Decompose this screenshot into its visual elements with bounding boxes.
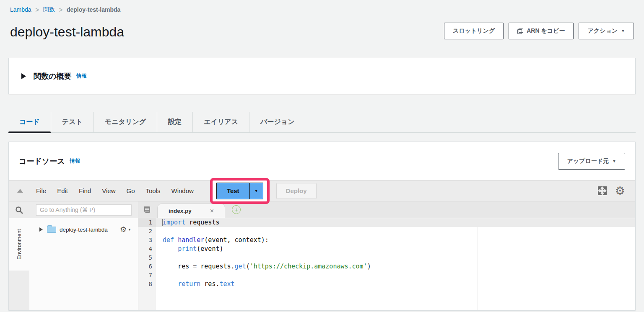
code-line: 2 (138, 227, 635, 236)
search-rail-button[interactable] (9, 201, 29, 218)
environment-vertical-tab[interactable]: Environment (9, 218, 29, 271)
code-line: 5 (138, 253, 635, 262)
code-text: print(event) (156, 245, 223, 253)
function-overview-panel: 関数の概要 情報 (8, 58, 636, 94)
ide-menu-item[interactable]: Edit (52, 185, 73, 197)
code-text: return res.text (156, 280, 235, 289)
function-tabs: コードテストモニタリング設定エイリアスバージョン (8, 112, 636, 133)
line-number: 2 (138, 227, 156, 236)
goto-anything-row (29, 201, 138, 218)
throttling-button[interactable]: スロットリング (444, 23, 504, 39)
header-actions: スロットリング ARN をコピー アクション ▼ (444, 23, 634, 39)
search-icon (15, 206, 23, 214)
line-number: 6 (138, 262, 156, 271)
actions-button-label: アクション (587, 27, 618, 35)
tree-item-root-folder[interactable]: deploy-test-lambda ⚙ ▼ (29, 224, 138, 235)
code-line: 3def handler(event, context): (138, 236, 635, 245)
ide-menu-item[interactable]: View (96, 185, 121, 197)
breadcrumb-item: deploy-test-lambda (67, 6, 120, 13)
code-line: 4 print(event) (138, 245, 635, 253)
tree-expand-caret-icon[interactable] (39, 227, 43, 232)
actions-dropdown-button[interactable]: アクション ▼ (579, 23, 634, 39)
test-split-button: Test ▼ (216, 183, 263, 199)
ide-menu-item[interactable]: Window (166, 185, 199, 197)
code-editor[interactable]: 1import requests23def handler(event, con… (138, 218, 635, 310)
line-number: 3 (138, 236, 156, 245)
upload-from-dropdown-button[interactable]: アップロード元 ▼ (558, 153, 625, 170)
ide-menus: FileEditFindViewGoToolsWindow (31, 185, 199, 197)
ide-body: Environment deploy-test-lambda ⚙ ▼ (9, 201, 635, 310)
code-line: 7 (138, 271, 635, 280)
line-number: 7 (138, 271, 156, 280)
breadcrumb-separator: > (36, 5, 39, 13)
code-text (156, 271, 163, 280)
function-tab[interactable]: 設定 (157, 112, 192, 132)
copy-icon (517, 28, 523, 34)
chevron-down-icon: ▼ (621, 29, 625, 33)
function-tab[interactable]: テスト (51, 112, 93, 132)
ide-menu-item[interactable]: File (31, 185, 52, 197)
code-text: res = requests.get('https://checkip.amaz… (156, 262, 371, 271)
chevron-down-icon: ▼ (254, 188, 258, 193)
line-number: 1 (138, 218, 156, 227)
upload-from-label: アップロード元 (567, 157, 609, 165)
breadcrumb-separator: > (59, 5, 62, 13)
copy-arn-button[interactable]: ARN をコピー (509, 23, 574, 39)
throttling-button-label: スロットリング (453, 27, 495, 35)
close-tab-icon[interactable]: × (210, 208, 214, 214)
file-tree-panel: deploy-test-lambda ⚙ ▼ (29, 218, 138, 310)
folder-icon (47, 227, 56, 233)
cloud9-ide: FileEditFindViewGoToolsWindow Test ▼ Dep… (9, 180, 635, 310)
function-tab[interactable]: コード (8, 112, 51, 132)
ide-menu-item[interactable]: Find (73, 185, 96, 197)
test-button[interactable]: Test (216, 183, 249, 199)
code-source-info-link[interactable]: 情報 (70, 157, 80, 165)
ide-menu-item[interactable]: Tools (140, 185, 166, 197)
ide-settings-gear-icon[interactable]: ⚙ (615, 185, 625, 196)
expand-triangle-icon[interactable] (21, 73, 26, 79)
test-button-highlight-annotation: Test ▼ (210, 178, 270, 204)
chevron-down-icon: ▼ (128, 228, 131, 232)
code-text (156, 227, 163, 236)
ide-editor-column: index.py × + 1import requests23def handl… (138, 201, 635, 310)
collapse-menubar-icon[interactable] (17, 189, 23, 193)
code-line: 6 res = requests.get('https://checkip.am… (138, 262, 635, 271)
deploy-button[interactable]: Deploy (276, 183, 317, 199)
code-source-panel: コードソース 情報 アップロード元 ▼ FileEditFindViewGoTo… (8, 142, 636, 311)
function-tab[interactable]: モニタリング (93, 112, 157, 132)
breadcrumb-item[interactable]: Lambda (10, 6, 31, 13)
code-text: def handler(event, context): (156, 236, 269, 245)
editor-tab-label: index.py (169, 208, 192, 214)
function-overview-info-link[interactable]: 情報 (76, 72, 86, 80)
ide-menu-item[interactable]: Go (121, 185, 140, 197)
ide-menubar-right: ⚙ (598, 185, 627, 196)
new-tab-plus-icon[interactable]: + (232, 205, 241, 214)
top-bar: Lambda>関数>deploy-test-lambda deploy-test… (0, 0, 644, 45)
editor-tab-indexpy[interactable]: index.py × (157, 204, 225, 218)
function-overview-title: 関数の概要 (34, 71, 71, 81)
tree-settings-button[interactable]: ⚙ ▼ (120, 226, 131, 233)
ide-menu-bar: FileEditFindViewGoToolsWindow Test ▼ Dep… (9, 180, 635, 201)
chevron-down-icon: ▼ (612, 159, 616, 163)
goto-anything-input[interactable] (36, 204, 132, 216)
fullscreen-expand-icon[interactable] (598, 186, 607, 195)
ide-file-tree-column: deploy-test-lambda ⚙ ▼ (29, 201, 138, 310)
tab-list-icon[interactable] (143, 206, 151, 213)
code-line: 8 return res.text (138, 280, 635, 289)
breadcrumb-item[interactable]: 関数 (43, 6, 55, 13)
breadcrumb: Lambda>関数>deploy-test-lambda (10, 6, 634, 13)
function-tab[interactable]: バージョン (249, 112, 306, 132)
editor-tab-bar: index.py × + (138, 201, 635, 218)
code-line: 1import requests (138, 218, 635, 227)
line-number: 4 (138, 245, 156, 253)
test-dropdown-caret[interactable]: ▼ (249, 183, 263, 199)
line-number: 8 (138, 280, 156, 289)
function-tab[interactable]: エイリアス (192, 112, 249, 132)
ide-left-rail: Environment (9, 201, 29, 310)
code-text (156, 253, 163, 262)
environment-tab-label: Environment (16, 229, 22, 260)
tree-folder-label: deploy-test-lambda (60, 227, 108, 233)
code-source-header: コードソース 情報 アップロード元 ▼ (9, 142, 635, 180)
code-lines: 1import requests23def handler(event, con… (138, 218, 635, 289)
copy-arn-button-label: ARN をコピー (527, 27, 565, 35)
